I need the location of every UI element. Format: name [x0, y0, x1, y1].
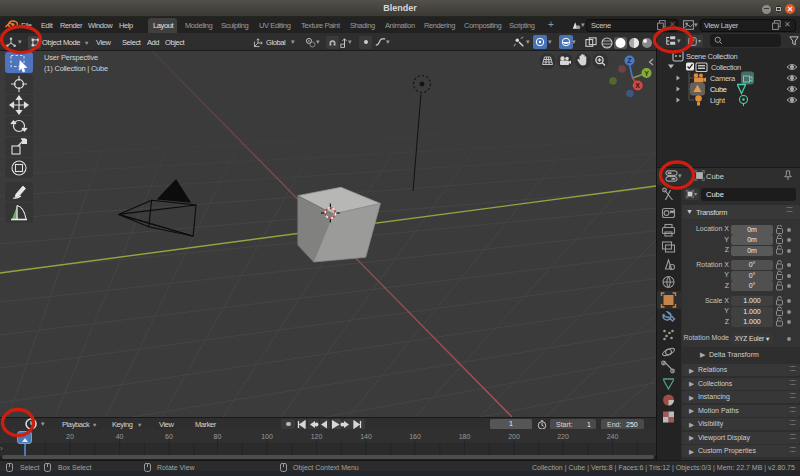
svg-text:Scene Collection: Scene Collection	[686, 52, 738, 61]
svg-text:Z: Z	[627, 57, 632, 64]
svg-text:Y: Y	[644, 70, 649, 77]
svg-text:(1) Collection | Cube: (1) Collection | Cube	[44, 64, 108, 73]
svg-text:Cube: Cube	[710, 85, 727, 94]
svg-text:X: X	[635, 82, 640, 89]
svg-text:Collection: Collection	[711, 63, 741, 72]
svg-text:User Perspective: User Perspective	[44, 53, 98, 62]
svg-text:Light: Light	[710, 96, 726, 105]
svg-text:Camera: Camera	[710, 74, 736, 83]
